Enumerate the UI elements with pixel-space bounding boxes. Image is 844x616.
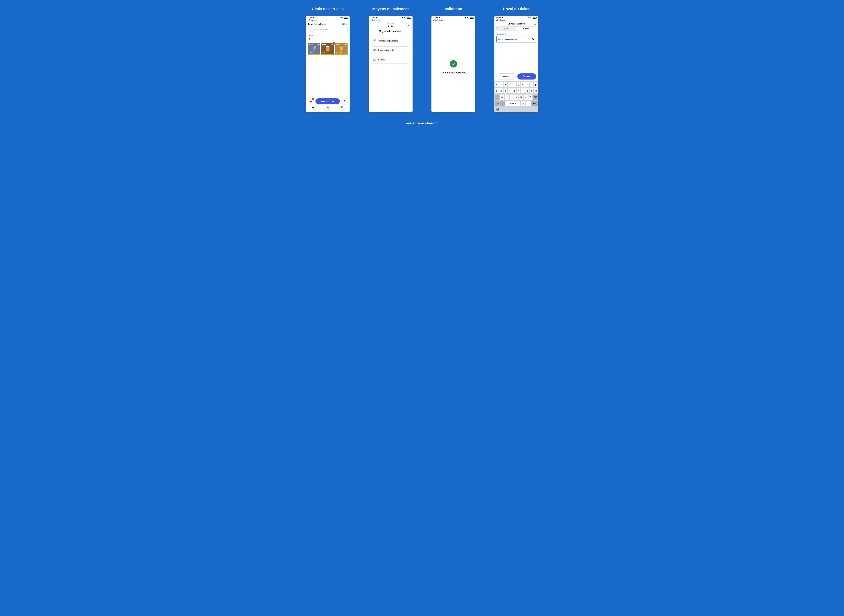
key-c[interactable]: c <box>510 95 514 100</box>
key-shift[interactable]: ⇧ <box>495 95 500 100</box>
key-v[interactable]: v <box>514 95 519 100</box>
skip-button[interactable]: Passer <box>497 73 516 79</box>
option-label: Espèces <box>378 59 386 61</box>
product-price: 2 variantes <box>336 52 343 54</box>
key-u[interactable]: u <box>521 82 525 87</box>
back-to-search[interactable]: ◂ Recherche <box>431 19 475 22</box>
key-f[interactable]: f <box>508 88 511 94</box>
key-x[interactable]: x <box>505 95 509 100</box>
chevron-right-icon: › <box>316 37 316 38</box>
payment-title: Moyens de paiement <box>369 30 413 32</box>
clear-input-button[interactable]: ✕ <box>532 38 534 41</box>
success-check-icon <box>450 60 457 67</box>
product-card-pizza[interactable]: Pizza + 2 variantes <box>335 43 348 55</box>
back-to-search[interactable]: ◂ Recherche <box>306 19 350 22</box>
key-g[interactable]: g <box>512 88 516 94</box>
key-b[interactable]: b <box>519 95 523 100</box>
home-indicator[interactable] <box>444 111 463 111</box>
add-icon[interactable]: + <box>318 44 319 45</box>
signal-icon <box>401 17 403 18</box>
bag-icon <box>326 106 329 109</box>
network-label: 5G <box>404 16 406 19</box>
email-input[interactable]: elon.musk@tesla.com ✕ <box>497 36 536 43</box>
svg-point-2 <box>311 102 311 102</box>
key-e[interactable]: e <box>504 82 507 87</box>
key-w[interactable]: w <box>500 95 504 100</box>
search-input[interactable]: Rechercher articles... <box>308 27 347 32</box>
key-at[interactable]: @ <box>521 101 525 106</box>
globe-icon[interactable] <box>496 108 499 111</box>
share-button[interactable] <box>533 22 536 25</box>
pizza-slice-icon <box>339 47 344 52</box>
key-’[interactable]: ’ <box>529 95 533 100</box>
key-n[interactable]: n <box>524 95 528 100</box>
key-k[interactable]: k <box>525 88 529 94</box>
segment-email[interactable]: E-mail <box>516 27 536 31</box>
key-y[interactable]: y <box>517 82 520 87</box>
status-bar: 17:54 5G ⚡ <box>369 16 413 19</box>
key-t[interactable]: t <box>512 82 516 87</box>
segmented-control[interactable]: SMS E-mail <box>497 26 536 31</box>
product-card-caffe[interactable]: Caffè + 3,00 € <box>321 43 334 55</box>
back-to-search[interactable]: ◂ Recherche <box>494 19 538 22</box>
svg-point-4 <box>344 100 344 101</box>
key-l[interactable]: l <box>530 88 533 94</box>
key-backspace[interactable]: ⌫ <box>533 95 538 100</box>
category-filter[interactable]: Italia 3 › <box>308 34 318 41</box>
status-time: 17:54 <box>308 16 312 19</box>
cart-badge: 1 <box>312 98 314 100</box>
payment-option-terminal[interactable]: Terminal de paiement <box>371 37 410 45</box>
bill-button[interactable]: Facturer 3,16 € <box>315 98 340 104</box>
option-label: Paiements par lien <box>378 49 395 51</box>
receipt-title: Envoyer un reçu <box>508 22 525 25</box>
key-s[interactable]: s <box>499 88 503 94</box>
status-bar: 17:54 5G ⚡ <box>306 16 350 19</box>
cart-button[interactable]: 1 <box>308 98 314 104</box>
articles-title: Tous les articles <box>308 23 326 25</box>
home-indicator[interactable] <box>507 111 526 111</box>
send-button[interactable]: Envoyer <box>517 73 536 79</box>
phone-screen-articles: 17:54 5G ⚡ ◂ Recherche Tous les articles… <box>306 16 350 112</box>
share-icon <box>533 22 536 25</box>
back-to-search[interactable]: ◂ Recherche <box>369 19 413 22</box>
payment-option-cash[interactable]: Espèces <box>371 56 410 64</box>
key-emoji[interactable]: ☺ <box>500 101 505 106</box>
key-123[interactable]: 123 <box>495 101 500 106</box>
key-d[interactable]: d <box>504 88 507 94</box>
close-button[interactable]: ✕ <box>406 23 410 28</box>
key-h[interactable]: h <box>517 88 520 94</box>
tab-home[interactable]: Accueil <box>306 104 320 112</box>
email-field-label: E-mail client <box>494 33 538 36</box>
keypad-button[interactable] <box>341 98 347 104</box>
key-return[interactable]: retour <box>531 101 538 106</box>
key-space[interactable]: espace <box>506 101 520 106</box>
home-indicator[interactable] <box>318 111 337 111</box>
key-dot[interactable]: . <box>526 101 530 106</box>
tab-sales[interactable]: Ventes <box>335 104 350 112</box>
key-m[interactable]: m <box>534 88 538 94</box>
keyboard[interactable]: azertyuiop qsdfghjklm ⇧ wxcvbn’ ⌫ 123 ☺ … <box>494 81 538 112</box>
product-card-acqua[interactable]: Acqua + 2,00 € <box>308 43 320 55</box>
key-p[interactable]: p <box>534 82 538 87</box>
network-label: 5G <box>467 16 469 19</box>
manage-link[interactable]: Gérer <box>342 23 347 25</box>
battery-icon: ⚡ <box>407 17 411 19</box>
key-i[interactable]: i <box>525 82 529 87</box>
add-icon[interactable]: + <box>331 44 333 45</box>
svg-point-10 <box>344 102 344 102</box>
email-value: elon.musk@tesla.com <box>498 38 517 40</box>
signal-icon <box>464 17 466 18</box>
key-z[interactable]: z <box>499 82 503 87</box>
key-j[interactable]: j <box>521 88 525 94</box>
home-indicator[interactable] <box>381 111 400 111</box>
key-a[interactable]: a <box>495 82 499 87</box>
product-price: 3,00 € <box>322 52 327 54</box>
segment-sms[interactable]: SMS <box>497 27 516 31</box>
payment-option-link[interactable]: Paiements par lien <box>371 46 410 54</box>
key-o[interactable]: o <box>530 82 533 87</box>
footer-credit: entrepreneurhero.fr <box>5 122 839 125</box>
key-r[interactable]: r <box>508 82 511 87</box>
search-icon <box>309 29 312 31</box>
key-q[interactable]: q <box>495 88 499 94</box>
add-icon[interactable]: + <box>345 44 347 45</box>
